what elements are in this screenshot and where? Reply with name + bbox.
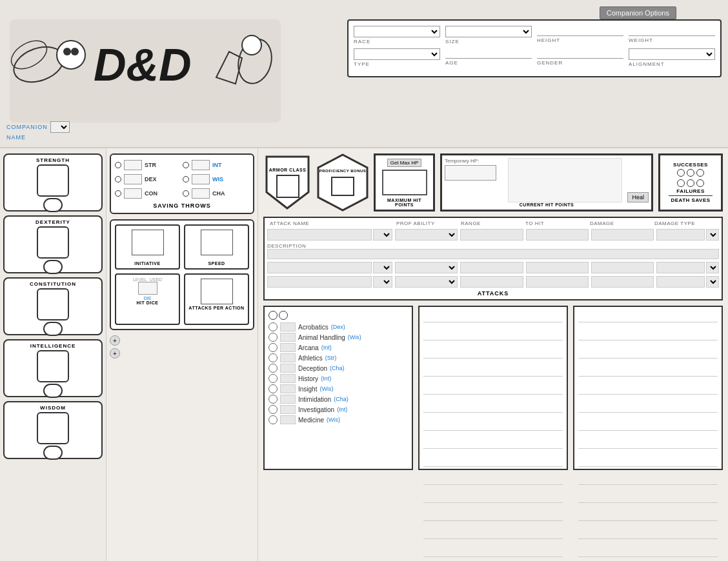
deception-circle[interactable] [268, 364, 278, 373]
intelligence-modifier[interactable] [43, 384, 63, 398]
notes-line-19[interactable] [578, 368, 718, 377]
gender-input[interactable] [537, 50, 623, 59]
heal-button[interactable]: Heal [627, 192, 649, 202]
attack-name-input-2[interactable] [267, 262, 372, 273]
notes-line-8[interactable] [423, 440, 563, 449]
damage-type-input-3[interactable] [656, 276, 705, 288]
damage-input-2[interactable] [591, 262, 654, 273]
int-save-circle[interactable] [183, 162, 189, 168]
acrobatics-circle[interactable] [268, 322, 278, 331]
deception-value[interactable] [280, 364, 296, 373]
medicine-value[interactable] [280, 415, 296, 424]
notes-line-17[interactable] [578, 331, 718, 340]
notes-line-23[interactable] [578, 440, 718, 449]
intelligence-value[interactable] [37, 350, 69, 382]
investigation-value[interactable] [280, 405, 296, 414]
failure-circle-3[interactable] [696, 179, 704, 187]
notes-line-22[interactable] [578, 422, 718, 431]
notes-line-28[interactable] [578, 530, 718, 539]
damage-input-1[interactable] [591, 229, 654, 241]
damage-type-select-3[interactable] [706, 276, 719, 288]
notes-line-25[interactable] [578, 476, 718, 485]
range-input-2[interactable] [460, 262, 523, 273]
intimidation-value[interactable] [280, 395, 296, 404]
add-combat-btn-1[interactable]: + [110, 335, 120, 346]
to-hit-input-2[interactable] [526, 262, 589, 273]
notes-line-24[interactable] [578, 458, 718, 467]
get-max-hp-button[interactable]: Get Max HP [387, 159, 422, 167]
companion-options-button[interactable]: Companion Options [600, 6, 676, 19]
attack-name-input-1[interactable] [267, 229, 372, 241]
hit-dice-level-input[interactable] [138, 282, 157, 295]
cha-save-circle[interactable] [183, 190, 189, 197]
prof-ability-select-2[interactable] [395, 262, 458, 273]
animal-handling-value[interactable] [280, 333, 296, 342]
notes-line-11[interactable] [423, 494, 563, 503]
damage-type-select-1[interactable] [706, 229, 719, 241]
current-hp-value[interactable] [508, 158, 622, 202]
notes-line-29[interactable] [578, 548, 718, 557]
armor-class-value[interactable] [276, 175, 299, 198]
notes-line-6[interactable] [423, 404, 563, 413]
damage-input-3[interactable] [591, 276, 654, 288]
notes-line-3[interactable] [423, 349, 563, 359]
add-combat-btn-2[interactable]: + [110, 348, 120, 359]
success-circle-3[interactable] [696, 169, 704, 177]
to-hit-input-1[interactable] [526, 229, 589, 241]
failure-circle-2[interactable] [687, 179, 694, 187]
notes-line-1[interactable] [423, 313, 563, 322]
companion-name-select[interactable] [50, 121, 70, 133]
notes-line-7[interactable] [423, 422, 563, 431]
max-hp-value[interactable] [382, 170, 427, 195]
height-input[interactable] [537, 28, 623, 36]
notes-line-10[interactable] [423, 476, 563, 485]
type-select[interactable] [354, 48, 440, 60]
strength-modifier[interactable] [43, 198, 63, 212]
notes-line-21[interactable] [578, 404, 718, 413]
to-hit-input-3[interactable] [526, 276, 589, 288]
notes-line-13[interactable] [423, 530, 563, 539]
wisdom-value[interactable] [37, 412, 69, 444]
notes-line-16[interactable] [578, 313, 718, 322]
dexterity-modifier[interactable] [43, 260, 63, 274]
animal-handling-circle[interactable] [268, 333, 278, 342]
description-input-1[interactable] [267, 249, 719, 259]
investigation-circle[interactable] [268, 405, 278, 414]
notes-line-2[interactable] [423, 331, 563, 340]
dexterity-value[interactable] [37, 226, 69, 259]
notes-line-12[interactable] [423, 512, 563, 521]
acrobatics-value[interactable] [280, 322, 296, 331]
attack-name-select-2[interactable] [373, 262, 392, 273]
notes-line-18[interactable] [578, 349, 718, 359]
str-save-circle[interactable] [115, 162, 121, 168]
notes-line-14[interactable] [423, 548, 563, 557]
notes-line-26[interactable] [578, 494, 718, 503]
notes-line-4[interactable] [423, 368, 563, 377]
history-circle[interactable] [268, 374, 278, 383]
arcana-circle[interactable] [268, 343, 278, 352]
wis-save-circle[interactable] [183, 176, 189, 182]
range-input-1[interactable] [460, 229, 523, 241]
notes-line-9[interactable] [423, 458, 563, 467]
damage-type-input-1[interactable] [656, 229, 705, 241]
insight-value[interactable] [280, 384, 296, 393]
range-input-3[interactable] [460, 276, 523, 288]
proficiency-bonus-value[interactable] [331, 177, 354, 196]
athletics-value[interactable] [280, 353, 296, 362]
wis-save-value[interactable] [192, 174, 210, 184]
size-select[interactable] [445, 26, 532, 37]
success-circle-1[interactable] [677, 169, 685, 177]
medicine-circle[interactable] [268, 415, 278, 424]
con-save-value[interactable] [124, 188, 142, 199]
failure-circle-1[interactable] [677, 179, 685, 187]
damage-type-input-2[interactable] [656, 262, 705, 273]
constitution-modifier[interactable] [43, 322, 63, 336]
age-input[interactable] [445, 50, 532, 59]
race-select[interactable] [354, 26, 440, 37]
dex-save-value[interactable] [124, 174, 142, 184]
weight-input[interactable] [629, 28, 715, 36]
cha-save-value[interactable] [192, 188, 210, 199]
arcana-value[interactable] [280, 343, 296, 352]
attack-name-select-1[interactable] [373, 229, 392, 241]
alignment-select[interactable] [629, 48, 715, 60]
